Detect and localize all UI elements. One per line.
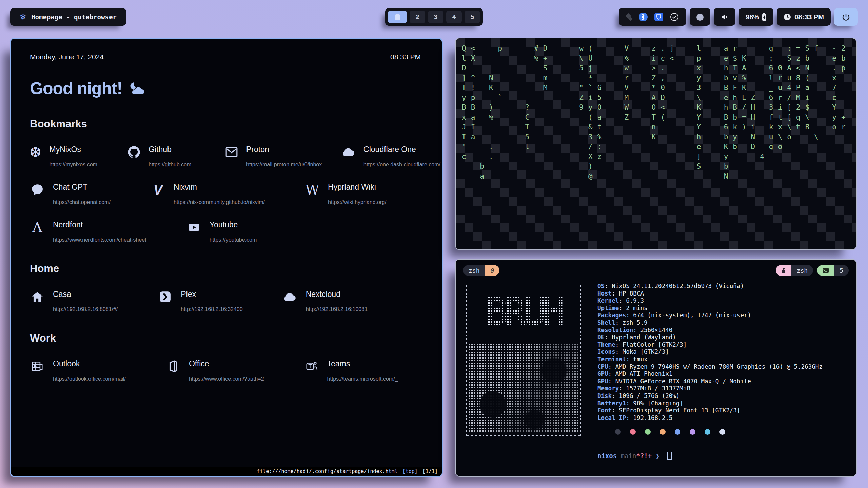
clock-widget[interactable]: 08:33 PM <box>777 8 831 26</box>
workspace-button-5[interactable]: 5 <box>465 11 480 23</box>
bookmark-url: https://teams.microsoft.com/_ <box>327 376 398 382</box>
bookmark-chat-gpt[interactable]: Chat GPThttps://chat.openai.com/ <box>30 183 111 205</box>
fetch-line-theme: Theme: FlatColor [GTK2/3] <box>597 341 823 349</box>
power-icon <box>842 13 850 21</box>
section-home: HomeCasahttp://192.168.2.16:8081/#/Plexh… <box>30 263 421 312</box>
mail-icon <box>225 145 238 168</box>
section-title: Work <box>30 332 421 344</box>
bookmark-title: Chat GPT <box>53 183 111 192</box>
fetch-line-cpu: CPU: AMD Ryzen 9 7940HS w/ Radeon 780M G… <box>597 363 823 371</box>
bookmark-teams[interactable]: Teamshttps://teams.microsoft.com/_ <box>304 359 398 382</box>
bookmark-outlook[interactable]: Outlookhttps://outlook.office.com/mail/ <box>30 359 126 382</box>
chat-bubble-icon <box>30 183 45 205</box>
moon-cloud-icon <box>127 82 145 95</box>
bookmark-title: Nextcloud <box>306 290 368 299</box>
statusbar-tab-index: [1/1] <box>422 468 438 474</box>
startpage-date: Monday, June 17, 2024 <box>30 53 104 61</box>
system-tray <box>619 8 686 26</box>
bookmark-hyprland-wiki[interactable]: WHyprland Wikihttps://wiki.hyprland.org/ <box>305 183 387 205</box>
bookmark-url: https://github.com <box>149 162 191 168</box>
workspace-button-4[interactable]: 4 <box>446 11 462 23</box>
fetch-line-disk: Disk: 109G / 576G (20%) <box>597 392 823 400</box>
battery-widget[interactable]: 98% <box>739 8 773 26</box>
bookmark-title: Plex <box>181 290 242 299</box>
bookmark-url: https://www.nerdfonts.com/cheat-sheet <box>53 237 146 243</box>
workspace-button-3[interactable]: 3 <box>428 11 443 23</box>
terminal-color-palette <box>615 429 823 435</box>
fetch-line-gpu: GPU: AMD ATI Phoenix1 <box>597 370 823 378</box>
bookmark-nixvim[interactable]: VNixvimhttps://nix-community.github.io/n… <box>151 183 265 205</box>
bookmark-nerdfont[interactable]: ANerdfonthttps://www.nerdfonts.com/cheat… <box>30 220 146 243</box>
bitwarden-shield-icon[interactable] <box>654 13 663 21</box>
tmux-session-name: zsh <box>463 265 485 276</box>
bookmark-github[interactable]: Githubhttps://github.com <box>127 145 185 168</box>
tmux-shell-label: zsh <box>791 265 813 276</box>
tmux-statusbar: zsh 0 zsh 5 <box>456 260 856 276</box>
fetch-line-shell: Shell: zsh 5.9 <box>597 319 823 327</box>
bookmark-nextcloud[interactable]: Nextcloudhttp://192.168.2.16:10081 <box>283 290 368 312</box>
section-bookmarks: Bookmarks❆MyNixOshttps://mynixos.comGith… <box>30 118 421 243</box>
power-button[interactable] <box>834 8 858 26</box>
bookmark-title: MyNixOs <box>50 145 97 154</box>
nix-snowflake-icon: ❄ <box>20 12 26 22</box>
fetch-line-kernel: Kernel: 6.9.3 <box>597 297 823 305</box>
bookmark-url: https://nix-community.github.io/nixvim/ <box>174 199 265 205</box>
fetch-line-battery1: Battery1: 98% [Charging] <box>597 400 823 407</box>
bruh-word: BRUH <box>486 288 562 335</box>
bookmark-office[interactable]: Officehttps://www.office.com/?auth=2 <box>166 359 264 382</box>
vim-icon: V <box>151 183 165 205</box>
matrix-terminal-window: Q< p #D w( V z.j l ar g :=Sf -2 lX %+ \U… <box>455 38 857 250</box>
startpage: Monday, June 17, 2024 08:33 PM Good nigh… <box>11 39 442 467</box>
fetch-line-font: Font: SFProDisplay Nerd Font 13 [GTK2/3] <box>597 407 823 414</box>
outlook-icon <box>30 359 45 382</box>
terminal-icon <box>817 265 834 276</box>
terminal-cursor <box>667 452 672 460</box>
active-window-title-pill: ❄ Homepage - qutebrowser <box>10 8 126 26</box>
network-icon[interactable] <box>626 14 632 20</box>
cloud-icon <box>342 145 355 168</box>
statusbar-url: file:///home/hadi/.config/startpage/inde… <box>257 468 397 474</box>
wikipedia-icon: W <box>305 183 320 205</box>
bookmark-casa[interactable]: Casahttp://192.168.2.16:8081/#/ <box>30 290 118 312</box>
bookmark-cloudflare-one[interactable]: Cloudflare Onehttps://one.dash.cloudflar… <box>342 145 421 168</box>
fetch-line-terminal: Terminal: tmux <box>597 356 823 363</box>
fetch-line-icons: Icons: Moka [GTK2/3] <box>597 348 823 356</box>
fetch-line-memory: Memory: 1577MiB / 31377MiB <box>597 385 823 392</box>
bookmark-mynixos[interactable]: ❆MyNixOshttps://mynixos.com <box>30 145 87 168</box>
bookmark-url: http://192.168.2.16:32400 <box>181 306 242 312</box>
office-icon <box>166 359 181 382</box>
bookmark-proton[interactable]: Protonhttps://mail.proton.me/u/0/inbox <box>225 145 302 168</box>
idle-indicator[interactable] <box>690 8 710 26</box>
qutebrowser-statusbar: file:///home/hadi/.config/startpage/inde… <box>11 467 442 476</box>
statusbar-scroll-position: [top] <box>402 468 418 474</box>
prompt-git-branch: main <box>621 452 636 460</box>
palette-dot <box>675 429 680 435</box>
tmux-session-pill[interactable]: zsh 0 <box>463 265 499 276</box>
plex-icon <box>158 290 173 312</box>
dither-art <box>469 344 578 433</box>
bookmark-youtube[interactable]: Youtubehttps://youtube.com <box>186 220 257 243</box>
shell-prompt[interactable]: nixos main*?!+ ❯ <box>597 452 823 460</box>
bookmark-plex[interactable]: Plexhttp://192.168.2.16:32400 <box>158 290 242 312</box>
workspace-button-1[interactable] <box>388 11 407 23</box>
matrix-rain-text: Q< p #D w( V z.j l ar g :=Sf -2 lX %+ \U… <box>462 44 850 191</box>
bookmark-url: http://192.168.2.16:8081/#/ <box>53 306 118 312</box>
bluetooth-icon[interactable] <box>639 13 648 21</box>
home-icon <box>30 290 45 312</box>
bruh-ascii-art: BRUH <box>466 283 581 436</box>
workspace-button-2[interactable]: 2 <box>410 11 425 23</box>
clock-icon <box>784 13 791 21</box>
top-bar: ❄ Homepage - qutebrowser 2345 <box>0 8 868 26</box>
palette-dot <box>705 429 710 435</box>
fetch-terminal-window: zsh 0 zsh 5 BRUH OS: <box>455 259 857 477</box>
bookmark-title: Cloudflare One <box>363 145 440 154</box>
fetch-line-gpu: GPU: NVIDIA GeForce RTX 4070 Max-Q / Mob… <box>597 378 823 385</box>
bookmark-title: Youtube <box>210 220 257 229</box>
fetch-line-os: OS: NixOS 24.11.20240612.57d6973 (Vicuña… <box>597 283 823 290</box>
clock-time: 08:33 PM <box>794 13 824 21</box>
volume-control[interactable] <box>714 8 735 26</box>
github-icon <box>127 145 140 168</box>
check-circle-icon[interactable] <box>670 13 679 21</box>
fetch-line-packages: Packages: 674 (nix-system), 1747 (nix-us… <box>597 312 823 319</box>
bookmark-title: Nixvim <box>174 183 265 192</box>
